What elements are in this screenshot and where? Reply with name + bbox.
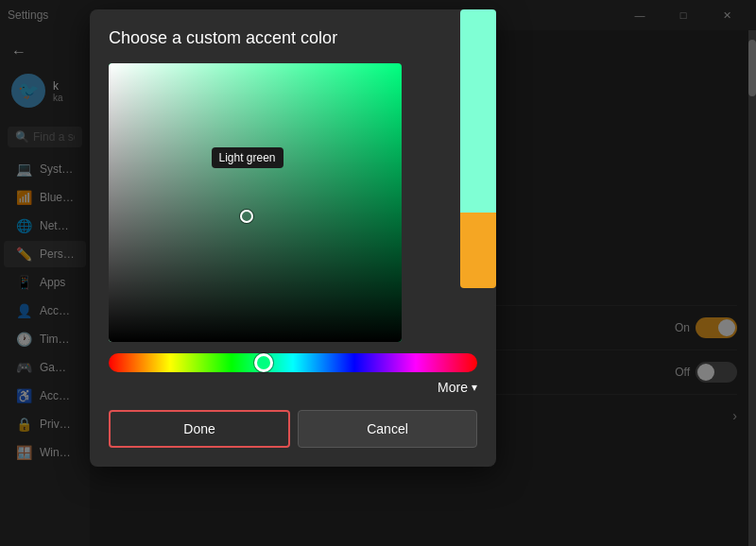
more-row: More ▾ (109, 380, 477, 395)
color-preview-current (460, 213, 496, 288)
done-button[interactable]: Done (109, 410, 290, 448)
gradient-canvas (109, 63, 402, 342)
gradient-black-overlay (109, 63, 402, 342)
more-button[interactable]: More ▾ (438, 380, 477, 395)
picker-left: Light green More ▾ (109, 63, 477, 395)
hue-slider[interactable] (109, 353, 477, 372)
hue-slider-container (109, 353, 477, 372)
cancel-button[interactable]: Cancel (298, 410, 477, 448)
modal-overlay: Choose a custom accent color Light gre (0, 0, 756, 546)
color-preview-strip (460, 9, 496, 288)
window-scrollbar-thumb (748, 40, 756, 96)
modal-footer: Done Cancel (109, 410, 477, 448)
chevron-down-icon: ▾ (472, 381, 477, 394)
color-picker-modal: Choose a custom accent color Light gre (90, 9, 496, 467)
window-scrollbar[interactable] (748, 30, 756, 546)
picker-container: Light green More ▾ (109, 63, 477, 395)
hue-thumb (254, 353, 273, 372)
color-picker-gradient[interactable]: Light green (109, 63, 402, 342)
modal-title: Choose a custom accent color (109, 28, 477, 48)
color-preview-selected (460, 9, 496, 213)
